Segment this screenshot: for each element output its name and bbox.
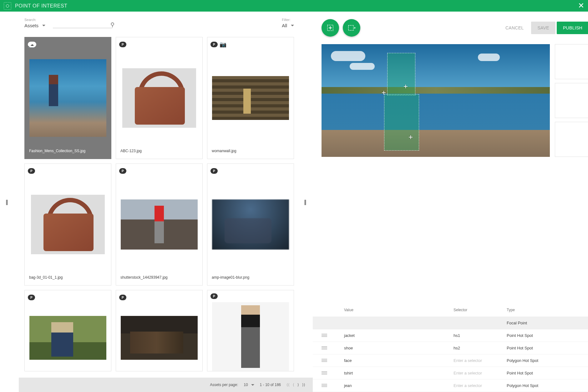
row-type: Polygon Hot Spot xyxy=(507,358,588,363)
search-mode-control: Search: Assets xyxy=(24,18,45,28)
table-row[interactable]: tshirtEnter a selectorPoint Hot Spot xyxy=(313,367,588,379)
asset-filename: amp-image01-blur.png xyxy=(207,271,294,285)
published-badge-icon xyxy=(210,293,218,299)
panel-collapse-left-icon[interactable]: ||| xyxy=(6,199,7,205)
filter-label: Filter: xyxy=(282,18,294,22)
published-badge-icon xyxy=(28,295,35,300)
main-preview-image[interactable]: + + + xyxy=(322,44,550,157)
app-logo xyxy=(4,2,11,10)
asset-thumbnail xyxy=(25,178,111,271)
asset-thumbnail xyxy=(25,305,111,371)
row-type: Point Hot Spot xyxy=(507,346,588,350)
per-page-value[interactable]: 10 xyxy=(244,383,248,387)
drag-handle-icon[interactable] xyxy=(322,371,344,375)
asset-card[interactable]: ABC-123.jpg xyxy=(116,37,203,159)
asset-card[interactable]: shutterstock_144293947.jpg xyxy=(116,163,203,286)
row-value[interactable]: jacket xyxy=(344,333,454,338)
asset-thumbnail xyxy=(207,178,294,271)
editor-panel: ||| CANCEL SAVE PUBLISH xyxy=(313,12,588,392)
row-value[interactable]: shoe xyxy=(344,346,454,350)
row-selector[interactable]: Enter a selector xyxy=(454,358,507,363)
preview-variant-thumb[interactable] xyxy=(555,44,588,79)
asset-card[interactable] xyxy=(116,290,203,371)
row-selector[interactable]: Enter a selector xyxy=(454,371,507,375)
page-prev-icon[interactable]: ⟨ xyxy=(293,383,294,387)
asset-filename: shutterstock_144293947.jpg xyxy=(116,271,202,285)
table-row[interactable]: faceEnter a selectorPolygon Hot Spot xyxy=(313,354,588,367)
row-value[interactable]: jean xyxy=(344,383,454,388)
published-badge-icon xyxy=(210,168,218,174)
asset-thumbnail xyxy=(207,52,294,144)
page-first-icon[interactable]: ⟨⟨ xyxy=(286,383,290,387)
page-last-icon[interactable]: ⟩⟩ xyxy=(302,383,305,387)
published-badge-icon xyxy=(119,168,126,174)
add-hotspot-button[interactable] xyxy=(322,19,339,37)
asset-filename: bag-3d_01-01_1.jpg xyxy=(25,271,111,285)
asset-card[interactable]: 📷womanwall.jpg xyxy=(207,37,294,159)
published-badge-icon xyxy=(119,42,126,47)
column-header-selector: Selector xyxy=(454,308,507,312)
search-mode-value[interactable]: Assets xyxy=(24,23,38,28)
row-selector[interactable]: Enter a selector xyxy=(454,383,507,388)
drag-handle-icon[interactable] xyxy=(322,334,344,338)
panel-collapse-right-icon[interactable]: ||| xyxy=(304,199,306,205)
hotspot-handle-icon[interactable]: + xyxy=(380,89,387,96)
table-row[interactable]: shoehs2Point Hot Spot xyxy=(313,342,588,354)
column-header-type: Type xyxy=(507,308,588,312)
filter-control: Filter: All xyxy=(282,18,294,28)
chevron-down-icon[interactable] xyxy=(42,25,45,26)
chevron-down-icon[interactable] xyxy=(251,384,254,386)
search-input[interactable] xyxy=(53,21,112,28)
camera-icon: 📷 xyxy=(220,41,226,48)
filter-value[interactable]: All xyxy=(282,23,287,28)
preview-variant-thumb[interactable] xyxy=(555,83,588,118)
asset-thumbnail xyxy=(116,178,202,271)
asset-card[interactable] xyxy=(207,290,294,371)
page-title: POINT OF INTEREST xyxy=(15,3,67,9)
pagination-range: 1 - 10 of 186 xyxy=(260,383,281,387)
drag-handle-icon[interactable] xyxy=(322,384,344,388)
asset-card[interactable]: 📷Fashion_Mens_Collection_SS.jpg xyxy=(24,37,111,159)
asset-thumbnail xyxy=(116,52,202,144)
asset-filename: womanwall.jpg xyxy=(207,144,294,159)
crop-tool-button[interactable] xyxy=(343,19,360,37)
publish-button[interactable]: PUBLISH xyxy=(557,22,588,34)
asset-filename: ABC-123.jpg xyxy=(116,144,202,159)
table-row[interactable]: Focal Point xyxy=(313,317,588,329)
chevron-down-icon[interactable] xyxy=(291,25,294,26)
search-icon[interactable]: ⚲ xyxy=(110,21,114,28)
hotspot-overlay[interactable]: + + + xyxy=(381,50,422,154)
published-badge-icon xyxy=(28,168,35,174)
table-row[interactable]: jackeths1Point Hot Spot xyxy=(313,329,588,342)
asset-card[interactable] xyxy=(24,290,111,371)
hotspot-handle-icon[interactable]: + xyxy=(402,83,409,90)
row-value[interactable]: face xyxy=(344,358,454,363)
published-badge-icon xyxy=(210,42,218,47)
preview-variant-thumb[interactable] xyxy=(555,122,588,157)
pagination-bar: Assets per page: 10 1 - 10 of 186 ⟨⟨ ⟨ ⟩… xyxy=(19,378,313,392)
svg-rect-3 xyxy=(348,25,353,30)
drag-handle-icon[interactable] xyxy=(322,346,344,350)
row-type: Focal Point xyxy=(507,321,588,325)
row-selector[interactable]: hs2 xyxy=(454,346,507,350)
column-header-value: Value xyxy=(344,308,454,312)
asset-card[interactable]: amp-image01-blur.png xyxy=(207,163,294,286)
asset-thumbnail xyxy=(116,305,202,371)
asset-grid: 📷Fashion_Mens_Collection_SS.jpgABC-123.j… xyxy=(24,37,294,371)
drag-handle-icon[interactable] xyxy=(322,359,344,363)
asset-card[interactable]: bag-3d_01-01_1.jpg xyxy=(24,163,111,286)
per-page-label: Assets per page: xyxy=(210,383,238,387)
row-selector[interactable]: hs1 xyxy=(454,333,507,338)
cancel-button[interactable]: CANCEL xyxy=(499,22,530,34)
table-row[interactable]: jeanEnter a selectorPolygon Hot Spot xyxy=(313,379,588,392)
hotspot-handle-icon[interactable]: + xyxy=(407,134,414,141)
row-type: Polygon Hot Spot xyxy=(507,383,588,388)
cloud-badge-icon xyxy=(28,42,36,47)
asset-thumbnail xyxy=(207,302,294,371)
close-icon[interactable]: ✕ xyxy=(578,2,584,9)
row-value[interactable]: tshirt xyxy=(344,371,454,375)
save-button[interactable]: SAVE xyxy=(531,22,555,34)
asset-browser-panel: ||| Search: Assets ⚲ Filter: All xyxy=(0,12,313,392)
asset-filename: Fashion_Mens_Collection_SS.jpg xyxy=(25,144,111,159)
page-next-icon[interactable]: ⟩ xyxy=(297,383,299,387)
